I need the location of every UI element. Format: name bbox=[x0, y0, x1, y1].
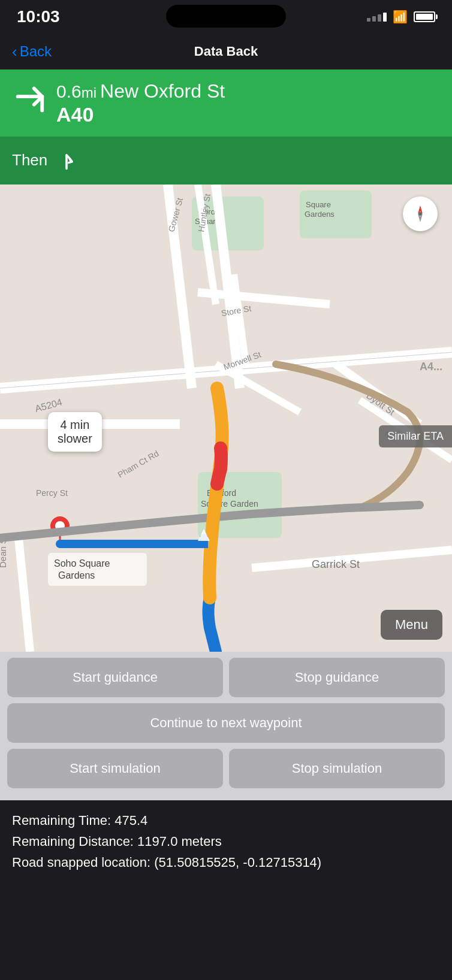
svg-text:Garrick St: Garrick St bbox=[312, 558, 360, 570]
route-bubble-line2: slower bbox=[58, 432, 92, 446]
simulation-buttons-row: Start simulation Stop simulation bbox=[7, 749, 445, 788]
stop-guidance-button[interactable]: Stop guidance bbox=[229, 658, 445, 697]
svg-point-44 bbox=[418, 212, 422, 216]
back-chevron-icon: ‹ bbox=[12, 43, 17, 61]
page-title: Data Back bbox=[194, 44, 258, 59]
compass[interactable] bbox=[403, 196, 438, 231]
remaining-distance: Remaining Distance: 1197.0 meters bbox=[12, 831, 440, 852]
guidance-info: 0.6mi New Oxford St A40 bbox=[56, 80, 440, 127]
svg-text:Percy St: Percy St bbox=[36, 488, 68, 498]
back-button[interactable]: ‹ Back bbox=[12, 43, 52, 61]
menu-button[interactable]: Menu bbox=[381, 610, 442, 640]
guidance-distance: 0.6mi bbox=[56, 81, 97, 102]
bottom-controls: Start guidance Stop guidance Continue to… bbox=[0, 652, 452, 800]
svg-text:A4...: A4... bbox=[420, 361, 442, 373]
signal-icon bbox=[367, 13, 387, 22]
start-simulation-button[interactable]: Start simulation bbox=[7, 749, 223, 788]
guidance-street-name: New Oxford St bbox=[100, 80, 225, 102]
waypoint-row: Continue to next waypoint bbox=[7, 703, 445, 743]
svg-text:Gardens: Gardens bbox=[58, 570, 95, 580]
nav-bar: ‹ Back Data Back bbox=[0, 34, 452, 69]
route-bubble-line1: 4 min bbox=[58, 418, 92, 432]
guidance-road: A40 bbox=[56, 102, 440, 127]
status-icons: 📶 bbox=[367, 10, 435, 24]
svg-text:Square: Square bbox=[306, 200, 331, 209]
svg-text:Soho Square: Soho Square bbox=[54, 558, 110, 568]
start-guidance-button[interactable]: Start guidance bbox=[7, 658, 223, 697]
status-time: 10:03 bbox=[17, 7, 60, 26]
similar-eta-label: Similar ETA bbox=[379, 425, 452, 447]
info-section: Remaining Time: 475.4 Remaining Distance… bbox=[0, 800, 452, 885]
remaining-time: Remaining Time: 475.4 bbox=[12, 810, 440, 831]
route-info-bubble: 4 min slower bbox=[48, 412, 102, 452]
wifi-icon: 📶 bbox=[393, 10, 408, 24]
then-bar: Then bbox=[0, 137, 452, 184]
svg-text:Gardens: Gardens bbox=[305, 210, 335, 219]
continue-waypoint-button[interactable]: Continue to next waypoint bbox=[7, 703, 445, 743]
stop-simulation-button[interactable]: Stop simulation bbox=[229, 749, 445, 788]
status-bar: 10:03 📶 bbox=[0, 0, 452, 34]
battery-icon bbox=[414, 11, 435, 22]
turn-right-icon bbox=[12, 83, 47, 117]
back-label: Back bbox=[20, 43, 52, 60]
then-turn-icon bbox=[56, 150, 77, 171]
guidance-header: 0.6mi New Oxford St A40 bbox=[0, 69, 452, 137]
then-label: Then bbox=[12, 151, 47, 170]
notch bbox=[166, 5, 286, 28]
road-snapped-location: Road snapped location: (51.50815525, -0.… bbox=[12, 852, 440, 873]
map-area[interactable]: Gordon Square Square Gardens Bedford Squ… bbox=[0, 184, 452, 652]
guidance-buttons-row: Start guidance Stop guidance bbox=[7, 658, 445, 697]
compass-icon bbox=[409, 203, 431, 225]
turn-arrow-container bbox=[12, 80, 47, 117]
